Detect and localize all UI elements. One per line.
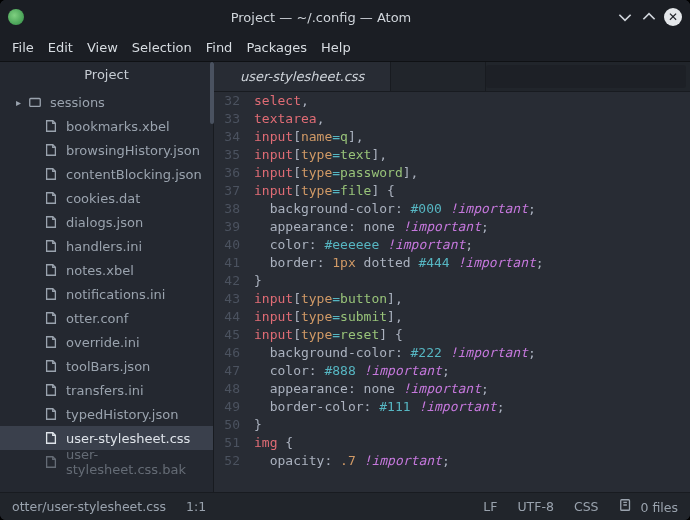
tab-bar: user-stylesheet.css [214,62,690,92]
code-line[interactable]: appearance: none !important; [254,380,690,398]
tree-file[interactable]: cookies.dat [0,186,213,210]
git-icon [619,498,633,512]
code-line[interactable]: color: #eeeeee !important; [254,236,690,254]
tree-file[interactable]: contentBlocking.json [0,162,213,186]
line-number[interactable]: 50 [214,416,240,434]
tree-item-label: contentBlocking.json [66,167,202,182]
file-icon [44,215,58,229]
tree-item-label: otter.conf [66,311,128,326]
tree-file[interactable]: dialogs.json [0,210,213,234]
menu-view[interactable]: View [87,40,118,55]
code-line[interactable]: background-color: #000 !important; [254,200,690,218]
editor-pane: user-stylesheet.css 32333435363738394041… [214,62,690,492]
status-eol[interactable]: LF [483,499,497,514]
tree-file[interactable]: user-stylesheet.css.bak [0,450,213,474]
file-icon [44,119,58,133]
file-icon [44,143,58,157]
code-line[interactable]: img { [254,434,690,452]
line-number[interactable]: 43 [214,290,240,308]
tree-file[interactable]: transfers.ini [0,378,213,402]
chevron-right-icon[interactable]: ▸ [16,97,21,108]
line-number[interactable]: 45 [214,326,240,344]
tree-file[interactable]: handlers.ini [0,234,213,258]
body: Project ▸sessionsbookmarks.xbelbrowsingH… [0,62,690,492]
code-line[interactable]: } [254,416,690,434]
code-line[interactable]: border-color: #111 !important; [254,398,690,416]
tree-item-label: typedHistory.json [66,407,178,422]
tree-file[interactable]: bookmarks.xbel [0,114,213,138]
menu-selection[interactable]: Selection [132,40,192,55]
code-line[interactable]: input[type=file] { [254,182,690,200]
line-number[interactable]: 44 [214,308,240,326]
menu-help[interactable]: Help [321,40,351,55]
status-lang[interactable]: CSS [574,499,599,514]
code-line[interactable]: opacity: .7 !important; [254,452,690,470]
tree-item-label: dialogs.json [66,215,143,230]
sidebar-scrollbar[interactable] [210,62,214,124]
tree-item-label: toolBars.json [66,359,150,374]
folder-icon [28,95,42,109]
tree-file[interactable]: otter.conf [0,306,213,330]
code-line[interactable]: select, [254,92,690,110]
line-number[interactable]: 49 [214,398,240,416]
titlebar: Project — ~/.config — Atom ✕ [0,0,690,34]
code-line[interactable]: input[type=button], [254,290,690,308]
status-cursor[interactable]: 1:1 [186,499,206,514]
tree-item-label: browsingHistory.json [66,143,200,158]
tree-file[interactable]: override.ini [0,330,213,354]
code-line[interactable]: border: 1px dotted #444 !important; [254,254,690,272]
line-number[interactable]: 34 [214,128,240,146]
file-icon [44,239,58,253]
code-line[interactable]: textarea, [254,110,690,128]
code-line[interactable]: appearance: none !important; [254,218,690,236]
menu-packages[interactable]: Packages [246,40,307,55]
line-number[interactable]: 38 [214,200,240,218]
search-slot[interactable] [486,65,686,88]
tree-file[interactable]: browsingHistory.json [0,138,213,162]
line-number[interactable]: 42 [214,272,240,290]
line-number[interactable]: 41 [214,254,240,272]
menu-find[interactable]: Find [206,40,233,55]
code-text[interactable]: select,textarea,input[name=q],input[type… [246,92,690,492]
code-line[interactable]: background-color: #222 !important; [254,344,690,362]
status-git[interactable]: 0 files [619,498,678,515]
menu-file[interactable]: File [12,40,34,55]
line-number[interactable]: 33 [214,110,240,128]
tab-active[interactable]: user-stylesheet.css [214,62,391,91]
line-number[interactable]: 32 [214,92,240,110]
status-encoding[interactable]: UTF-8 [517,499,553,514]
code-line[interactable]: input[type=reset] { [254,326,690,344]
line-number[interactable]: 52 [214,452,240,470]
menu-edit[interactable]: Edit [48,40,73,55]
line-number[interactable]: 36 [214,164,240,182]
statusbar: otter/user-stylesheet.css 1:1 LF UTF-8 C… [0,492,690,520]
code-area[interactable]: 3233343536373839404142434445464748495051… [214,92,690,492]
line-number[interactable]: 39 [214,218,240,236]
line-number[interactable]: 51 [214,434,240,452]
line-number[interactable]: 46 [214,344,240,362]
tree-file[interactable]: toolBars.json [0,354,213,378]
minimize-button[interactable] [616,8,634,26]
code-line[interactable]: input[type=submit], [254,308,690,326]
maximize-button[interactable] [640,8,658,26]
line-number[interactable]: 47 [214,362,240,380]
code-line[interactable]: input[name=q], [254,128,690,146]
code-line[interactable]: input[type=password], [254,164,690,182]
code-line[interactable]: color: #888 !important; [254,362,690,380]
tree-file[interactable]: notes.xbel [0,258,213,282]
file-icon [44,335,58,349]
tree-file[interactable]: typedHistory.json [0,402,213,426]
tree-file[interactable]: notifications.ini [0,282,213,306]
tree-folder[interactable]: ▸sessions [0,90,213,114]
code-line[interactable]: input[type=text], [254,146,690,164]
line-number[interactable]: 40 [214,236,240,254]
status-git-label: 0 files [641,500,678,515]
line-number[interactable]: 37 [214,182,240,200]
code-line[interactable]: } [254,272,690,290]
status-path[interactable]: otter/user-stylesheet.css [12,499,166,514]
tree-item-label: handlers.ini [66,239,142,254]
close-button[interactable]: ✕ [664,8,682,26]
line-number[interactable]: 35 [214,146,240,164]
line-number[interactable]: 48 [214,380,240,398]
file-tree: ▸sessionsbookmarks.xbelbrowsingHistory.j… [0,88,213,492]
